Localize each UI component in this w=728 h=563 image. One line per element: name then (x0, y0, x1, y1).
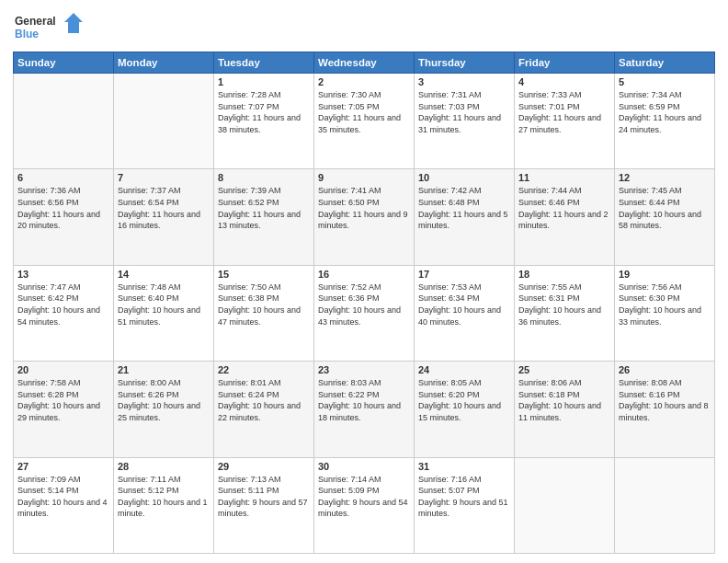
day-content: Sunrise: 7:14 AM Sunset: 5:09 PM Dayligh… (318, 474, 410, 520)
calendar-cell: 10Sunrise: 7:42 AM Sunset: 6:48 PM Dayli… (415, 169, 515, 265)
day-of-week-header: Saturday (615, 52, 715, 74)
day-content: Sunrise: 7:13 AM Sunset: 5:11 PM Dayligh… (218, 474, 310, 520)
calendar-cell: 7Sunrise: 7:37 AM Sunset: 6:54 PM Daylig… (114, 169, 214, 265)
calendar-cell: 13Sunrise: 7:47 AM Sunset: 6:42 PM Dayli… (14, 265, 114, 361)
day-number: 18 (518, 269, 610, 280)
day-content: Sunrise: 7:30 AM Sunset: 7:05 PM Dayligh… (318, 89, 410, 135)
day-content: Sunrise: 7:44 AM Sunset: 6:46 PM Dayligh… (518, 185, 610, 231)
calendar-cell: 20Sunrise: 7:58 AM Sunset: 6:28 PM Dayli… (14, 362, 114, 457)
calendar-cell: 26Sunrise: 8:08 AM Sunset: 6:16 PM Dayli… (615, 362, 715, 457)
calendar-cell: 15Sunrise: 7:50 AM Sunset: 6:38 PM Dayli… (214, 265, 314, 361)
calendar-cell: 8Sunrise: 7:39 AM Sunset: 6:52 PM Daylig… (214, 169, 314, 265)
day-content: Sunrise: 7:58 AM Sunset: 6:28 PM Dayligh… (17, 377, 109, 423)
day-number: 17 (418, 269, 510, 280)
day-of-week-header: Friday (515, 52, 615, 74)
day-content: Sunrise: 7:53 AM Sunset: 6:34 PM Dayligh… (418, 282, 510, 327)
calendar-week-row: 6Sunrise: 7:36 AM Sunset: 6:56 PM Daylig… (14, 169, 715, 265)
day-content: Sunrise: 8:06 AM Sunset: 6:18 PM Dayligh… (518, 377, 610, 423)
day-number: 31 (418, 461, 510, 472)
day-content: Sunrise: 7:41 AM Sunset: 6:50 PM Dayligh… (318, 185, 410, 231)
day-number: 8 (218, 172, 310, 183)
calendar-week-row: 1Sunrise: 7:28 AM Sunset: 7:07 PM Daylig… (14, 74, 715, 169)
day-content: Sunrise: 7:33 AM Sunset: 7:01 PM Dayligh… (518, 89, 610, 135)
day-number: 1 (218, 76, 310, 87)
calendar-cell: 6Sunrise: 7:36 AM Sunset: 6:56 PM Daylig… (14, 169, 114, 265)
day-number: 23 (318, 364, 410, 375)
day-content: Sunrise: 7:34 AM Sunset: 6:59 PM Dayligh… (619, 89, 711, 135)
day-of-week-header: Sunday (14, 52, 114, 74)
day-content: Sunrise: 8:03 AM Sunset: 6:22 PM Dayligh… (318, 377, 410, 423)
day-content: Sunrise: 7:11 AM Sunset: 5:12 PM Dayligh… (118, 474, 210, 520)
day-content: Sunrise: 7:28 AM Sunset: 7:07 PM Dayligh… (218, 89, 310, 135)
calendar-cell: 30Sunrise: 7:14 AM Sunset: 5:09 PM Dayli… (314, 457, 415, 553)
day-content: Sunrise: 7:56 AM Sunset: 6:30 PM Dayligh… (619, 282, 711, 327)
calendar-cell: 14Sunrise: 7:48 AM Sunset: 6:40 PM Dayli… (114, 265, 214, 361)
day-number: 12 (619, 172, 711, 183)
day-content: Sunrise: 7:52 AM Sunset: 6:36 PM Dayligh… (318, 282, 410, 327)
calendar-cell: 22Sunrise: 8:01 AM Sunset: 6:24 PM Dayli… (214, 362, 314, 457)
calendar-cell: 1Sunrise: 7:28 AM Sunset: 7:07 PM Daylig… (214, 74, 314, 169)
calendar-cell: 23Sunrise: 8:03 AM Sunset: 6:22 PM Dayli… (314, 362, 415, 457)
calendar-week-row: 20Sunrise: 7:58 AM Sunset: 6:28 PM Dayli… (14, 362, 715, 457)
day-number: 24 (418, 364, 510, 375)
calendar-cell: 5Sunrise: 7:34 AM Sunset: 6:59 PM Daylig… (615, 74, 715, 169)
day-content: Sunrise: 7:50 AM Sunset: 6:38 PM Dayligh… (218, 282, 310, 327)
calendar-week-row: 13Sunrise: 7:47 AM Sunset: 6:42 PM Dayli… (14, 265, 715, 361)
day-number: 7 (118, 172, 210, 183)
day-number: 16 (318, 269, 410, 280)
logo: General Blue (13, 9, 86, 46)
day-number: 14 (118, 269, 210, 280)
calendar-cell: 12Sunrise: 7:45 AM Sunset: 6:44 PM Dayli… (615, 169, 715, 265)
day-content: Sunrise: 7:45 AM Sunset: 6:44 PM Dayligh… (619, 185, 711, 231)
page: General Blue SundayMondayTuesdayWednesda… (0, 0, 728, 563)
day-number: 9 (318, 172, 410, 183)
day-content: Sunrise: 7:55 AM Sunset: 6:31 PM Dayligh… (518, 282, 610, 327)
calendar-cell: 9Sunrise: 7:41 AM Sunset: 6:50 PM Daylig… (314, 169, 415, 265)
calendar-cell: 17Sunrise: 7:53 AM Sunset: 6:34 PM Dayli… (415, 265, 515, 361)
day-number: 5 (619, 76, 711, 87)
day-content: Sunrise: 7:16 AM Sunset: 5:07 PM Dayligh… (418, 474, 510, 520)
day-number: 6 (17, 172, 109, 183)
day-content: Sunrise: 7:31 AM Sunset: 7:03 PM Dayligh… (418, 89, 510, 135)
calendar-cell: 3Sunrise: 7:31 AM Sunset: 7:03 PM Daylig… (415, 74, 515, 169)
calendar-cell: 11Sunrise: 7:44 AM Sunset: 6:46 PM Dayli… (515, 169, 615, 265)
day-number: 22 (218, 364, 310, 375)
day-number: 21 (118, 364, 210, 375)
day-content: Sunrise: 7:42 AM Sunset: 6:48 PM Dayligh… (418, 185, 510, 231)
day-content: Sunrise: 7:47 AM Sunset: 6:42 PM Dayligh… (17, 282, 109, 327)
day-content: Sunrise: 8:01 AM Sunset: 6:24 PM Dayligh… (218, 377, 310, 423)
calendar-cell: 4Sunrise: 7:33 AM Sunset: 7:01 PM Daylig… (515, 74, 615, 169)
calendar-week-row: 27Sunrise: 7:09 AM Sunset: 5:14 PM Dayli… (14, 457, 715, 553)
day-number: 11 (518, 172, 610, 183)
calendar-cell: 21Sunrise: 8:00 AM Sunset: 6:26 PM Dayli… (114, 362, 214, 457)
day-of-week-header: Monday (114, 52, 214, 74)
calendar-cell: 24Sunrise: 8:05 AM Sunset: 6:20 PM Dayli… (415, 362, 515, 457)
calendar-cell: 18Sunrise: 7:55 AM Sunset: 6:31 PM Dayli… (515, 265, 615, 361)
calendar-cell: 16Sunrise: 7:52 AM Sunset: 6:36 PM Dayli… (314, 265, 415, 361)
day-content: Sunrise: 8:05 AM Sunset: 6:20 PM Dayligh… (418, 377, 510, 423)
day-content: Sunrise: 7:37 AM Sunset: 6:54 PM Dayligh… (118, 185, 210, 231)
calendar-cell: 28Sunrise: 7:11 AM Sunset: 5:12 PM Dayli… (114, 457, 214, 553)
calendar-table: SundayMondayTuesdayWednesdayThursdayFrid… (13, 52, 715, 554)
day-content: Sunrise: 7:36 AM Sunset: 6:56 PM Dayligh… (17, 185, 109, 231)
calendar-cell (515, 457, 615, 553)
day-number: 20 (17, 364, 109, 375)
calendar-cell: 29Sunrise: 7:13 AM Sunset: 5:11 PM Dayli… (214, 457, 314, 553)
calendar-cell: 31Sunrise: 7:16 AM Sunset: 5:07 PM Dayli… (415, 457, 515, 553)
day-number: 2 (318, 76, 410, 87)
calendar-cell: 2Sunrise: 7:30 AM Sunset: 7:05 PM Daylig… (314, 74, 415, 169)
day-content: Sunrise: 8:08 AM Sunset: 6:16 PM Dayligh… (619, 377, 711, 423)
day-number: 10 (418, 172, 510, 183)
day-number: 13 (17, 269, 109, 280)
day-number: 15 (218, 269, 310, 280)
calendar-cell: 19Sunrise: 7:56 AM Sunset: 6:30 PM Dayli… (615, 265, 715, 361)
day-content: Sunrise: 7:39 AM Sunset: 6:52 PM Dayligh… (218, 185, 310, 231)
day-number: 27 (17, 461, 109, 472)
day-number: 29 (218, 461, 310, 472)
day-of-week-header: Wednesday (314, 52, 415, 74)
day-of-week-header: Thursday (415, 52, 515, 74)
svg-text:General: General (15, 15, 56, 28)
generalblue-logo-icon: General Blue (13, 9, 86, 46)
calendar-cell (14, 74, 114, 169)
day-content: Sunrise: 7:48 AM Sunset: 6:40 PM Dayligh… (118, 282, 210, 327)
